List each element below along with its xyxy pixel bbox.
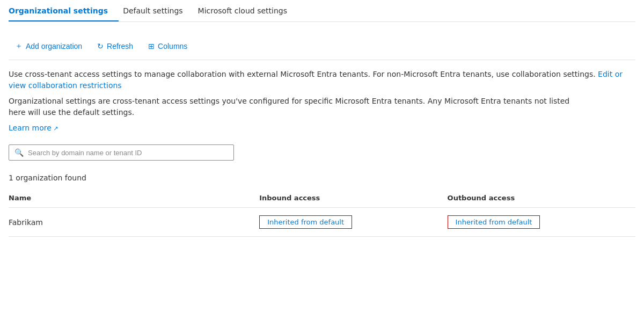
description-line2: Organizational settings are cross-tenant…: [9, 96, 635, 118]
columns-icon: ⊞: [148, 42, 155, 50]
col-header-inbound: Inbound access: [259, 189, 447, 208]
refresh-icon: ↻: [97, 42, 104, 50]
add-organization-button[interactable]: ＋ Add organization: [9, 38, 89, 54]
table-header: Name Inbound access Outbound access: [9, 189, 635, 208]
inbound-inherited-link[interactable]: Inherited from default: [259, 215, 352, 229]
refresh-button[interactable]: ↻ Refresh: [91, 39, 140, 54]
refresh-label: Refresh: [107, 42, 133, 50]
add-organization-label: Add organization: [26, 42, 82, 50]
col-header-name: Name: [9, 189, 259, 208]
results-count: 1 organization found: [9, 173, 635, 182]
search-input[interactable]: [28, 149, 228, 157]
table-body: FabrikamInherited from defaultInherited …: [9, 208, 635, 237]
outbound-inherited-link[interactable]: Inherited from default: [448, 215, 540, 229]
toolbar: ＋ Add organization ↻ Refresh ⊞ Columns: [9, 33, 635, 60]
search-icon: 🔍: [14, 148, 24, 157]
tab-default[interactable]: Default settings: [123, 0, 193, 21]
cell-inbound-access: Inherited from default: [259, 208, 447, 237]
columns-button[interactable]: ⊞ Columns: [142, 39, 194, 54]
search-box: 🔍: [9, 144, 234, 161]
organizations-table: Name Inbound access Outbound access Fabr…: [9, 189, 635, 237]
description-line1: Use cross-tenant access settings to mana…: [9, 69, 635, 91]
search-container: 🔍: [9, 144, 635, 161]
cell-outbound-access: Inherited from default: [448, 208, 635, 237]
tabs-nav: Organizational settings Default settings…: [9, 0, 635, 22]
tab-microsoft-cloud[interactable]: Microsoft cloud settings: [198, 0, 298, 21]
col-header-outbound: Outbound access: [448, 189, 635, 208]
description-section: Use cross-tenant access settings to mana…: [9, 69, 635, 134]
cell-org-name: Fabrikam: [9, 208, 259, 237]
plus-icon: ＋: [15, 41, 23, 51]
tab-organizational[interactable]: Organizational settings: [9, 0, 119, 21]
columns-label: Columns: [158, 42, 187, 50]
learn-more-link[interactable]: Learn more: [9, 124, 58, 132]
table-row: FabrikamInherited from defaultInherited …: [9, 208, 635, 237]
